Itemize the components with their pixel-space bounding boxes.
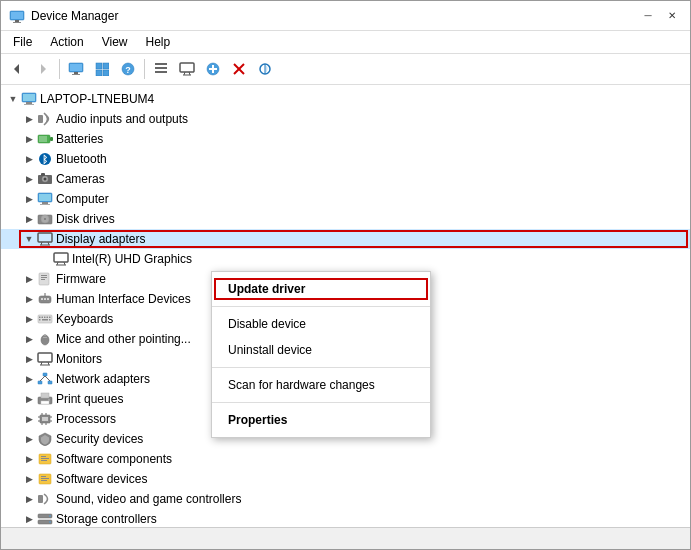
svg-rect-55 <box>54 253 68 262</box>
ctx-sep-2 <box>212 367 430 368</box>
sound-label: Sound, video and game controllers <box>56 492 241 506</box>
toolbar-display[interactable] <box>175 57 199 81</box>
svg-rect-43 <box>41 173 45 176</box>
disk-expand[interactable]: ▶ <box>21 211 37 227</box>
firmware-icon <box>37 271 53 287</box>
tree-root[interactable]: ▼ LAPTOP-LTNEBUM4 <box>1 89 690 109</box>
display-label: Display adapters <box>56 232 145 246</box>
svg-text:ᛒ: ᛒ <box>42 154 48 165</box>
storage-icon <box>37 511 53 527</box>
toolbar-forward[interactable] <box>31 57 55 81</box>
root-expand[interactable]: ▼ <box>5 91 21 107</box>
toolbar-add[interactable] <box>201 57 225 81</box>
toolbar-help[interactable]: ? <box>116 57 140 81</box>
svg-rect-84 <box>38 381 42 384</box>
ctx-update-wrapper: Update driver <box>212 276 430 302</box>
print-expand[interactable]: ▶ <box>21 391 37 407</box>
toolbar-sep-2 <box>144 59 145 79</box>
tree-item-audio[interactable]: ▶ Audio inputs and outputs <box>1 109 690 129</box>
firmware-label: Firmware <box>56 272 106 286</box>
processors-icon <box>37 411 53 427</box>
monitors-label: Monitors <box>56 352 102 366</box>
software-dev-label: Software devices <box>56 472 147 486</box>
tree-item-software-comp[interactable]: ▶ Software components <box>1 449 690 469</box>
toolbar-computer[interactable] <box>64 57 88 81</box>
svg-rect-109 <box>41 480 47 481</box>
menu-help[interactable]: Help <box>138 33 179 51</box>
svg-rect-16 <box>155 67 167 69</box>
svg-rect-65 <box>44 298 46 300</box>
svg-rect-103 <box>41 456 46 457</box>
ctx-scan-hardware[interactable]: Scan for hardware changes <box>212 372 430 398</box>
tree-item-computer[interactable]: ▶ Computer <box>1 189 690 209</box>
network-label: Network adapters <box>56 372 150 386</box>
firmware-expand[interactable]: ▶ <box>21 271 37 287</box>
tree-item-batteries[interactable]: ▶ Batteries <box>1 129 690 149</box>
storage-expand[interactable]: ▶ <box>21 511 37 527</box>
ctx-uninstall-device[interactable]: Uninstall device <box>212 337 430 363</box>
root-label: LAPTOP-LTNEBUM4 <box>40 92 154 106</box>
svg-rect-108 <box>41 478 49 479</box>
monitors-expand[interactable]: ▶ <box>21 351 37 367</box>
audio-expand[interactable]: ▶ <box>21 111 37 127</box>
computer-icon <box>21 91 37 107</box>
processors-expand[interactable]: ▶ <box>21 411 37 427</box>
cameras-expand[interactable]: ▶ <box>21 171 37 187</box>
svg-rect-90 <box>41 401 49 404</box>
tree-item-display[interactable]: ▼ Display adapters <box>1 229 690 249</box>
svg-rect-61 <box>41 277 47 278</box>
minimize-button[interactable]: ─ <box>638 6 658 26</box>
toolbar-remove[interactable] <box>227 57 251 81</box>
toolbar-properties[interactable] <box>149 57 173 81</box>
svg-rect-51 <box>38 233 52 242</box>
tree-item-storage[interactable]: ▶ Storage controllers <box>1 509 690 527</box>
toolbar: ? <box>1 54 690 85</box>
hid-label: Human Interface Devices <box>56 292 191 306</box>
security-expand[interactable]: ▶ <box>21 431 37 447</box>
tree-item-software-dev[interactable]: ▶ Software devices <box>1 469 690 489</box>
batteries-icon <box>37 131 53 147</box>
menu-action[interactable]: Action <box>42 33 91 51</box>
computer-label: Computer <box>56 192 109 206</box>
menu-bar: File Action View Help <box>1 31 690 54</box>
toolbar-scan[interactable] <box>253 57 277 81</box>
intel-icon <box>53 251 69 267</box>
toolbar-back[interactable] <box>5 57 29 81</box>
computer-expand[interactable]: ▶ <box>21 191 37 207</box>
software-comp-expand[interactable]: ▶ <box>21 451 37 467</box>
hid-icon <box>37 291 53 307</box>
tree-item-cameras[interactable]: ▶ Cameras <box>1 169 690 189</box>
display-expand[interactable]: ▼ <box>21 231 37 247</box>
svg-rect-36 <box>50 137 53 141</box>
svg-rect-70 <box>44 317 46 319</box>
hid-expand[interactable]: ▶ <box>21 291 37 307</box>
toolbar-list[interactable] <box>90 57 114 81</box>
ctx-properties[interactable]: Properties <box>212 407 430 433</box>
svg-rect-10 <box>96 63 102 69</box>
svg-rect-33 <box>24 104 34 105</box>
svg-rect-68 <box>39 317 41 319</box>
tree-item-sound[interactable]: ▶ Sound, video and game controllers <box>1 489 690 509</box>
tree-item-bluetooth[interactable]: ▶ ᛒ Bluetooth <box>1 149 690 169</box>
menu-file[interactable]: File <box>5 33 40 51</box>
display-icon <box>37 231 53 247</box>
sound-icon <box>37 491 53 507</box>
close-button[interactable]: ✕ <box>662 6 682 26</box>
context-menu: Update driver Disable device Uninstall d… <box>211 271 431 438</box>
menu-view[interactable]: View <box>94 33 136 51</box>
bluetooth-expand[interactable]: ▶ <box>21 151 37 167</box>
batteries-expand[interactable]: ▶ <box>21 131 37 147</box>
svg-rect-47 <box>40 204 50 205</box>
tree-item-intel[interactable]: ▶ Intel(R) UHD Graphics <box>1 249 690 269</box>
svg-rect-46 <box>42 202 48 204</box>
ctx-disable-device[interactable]: Disable device <box>212 311 430 337</box>
sound-expand[interactable]: ▶ <box>21 491 37 507</box>
svg-rect-93 <box>42 417 48 421</box>
mice-expand[interactable]: ▶ <box>21 331 37 347</box>
keyboards-expand[interactable]: ▶ <box>21 311 37 327</box>
network-expand[interactable]: ▶ <box>21 371 37 387</box>
tree-item-disk[interactable]: ▶ Disk drives <box>1 209 690 229</box>
software-dev-expand[interactable]: ▶ <box>21 471 37 487</box>
ctx-update-driver[interactable]: Update driver <box>212 276 430 302</box>
software-comp-icon <box>37 451 53 467</box>
